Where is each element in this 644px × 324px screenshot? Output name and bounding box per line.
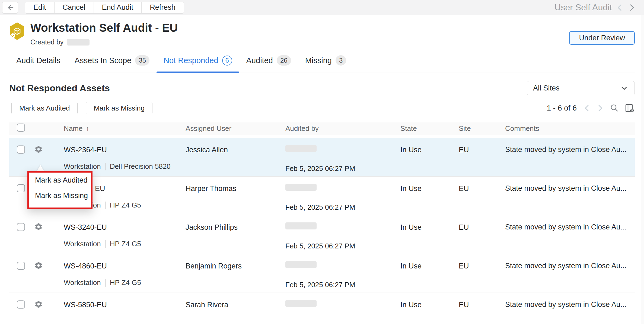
mark-as-audited-button[interactable]: Mark as Audited: [11, 102, 78, 114]
column-header-comments[interactable]: Comments: [505, 124, 635, 133]
row-checkbox[interactable]: [17, 184, 25, 192]
pagination-next-chevron-icon[interactable]: [596, 104, 604, 112]
audited-at: Feb 5, 2025 06:27 PM: [285, 242, 400, 250]
cancel-button[interactable]: Cancel: [54, 2, 94, 13]
scrollbar-track[interactable]: [641, 15, 644, 324]
pagination-previous-chevron-icon[interactable]: [583, 104, 591, 112]
column-header-site[interactable]: Site: [459, 124, 505, 133]
asset-name[interactable]: WS-4860-EU: [64, 262, 186, 270]
divider: [105, 163, 106, 170]
row-actions-gear-icon[interactable]: [34, 222, 49, 231]
redacted-auditor-name: [285, 145, 317, 152]
chevron-down-icon: [620, 84, 629, 93]
redacted-auditor-name: [285, 261, 317, 268]
table-row[interactable]: WS-3240-EU Workstation HP Z4 G5 Jackson …: [9, 215, 635, 254]
page-title: Workstation Self Audit - EU: [30, 21, 178, 34]
topbar: Edit Cancel End Audit Refresh User Self …: [0, 0, 644, 15]
assets-in-scope-count-badge: 35: [135, 55, 149, 66]
divider: [105, 202, 106, 209]
row-actions-gear-icon[interactable]: [34, 261, 49, 270]
refresh-button[interactable]: Refresh: [141, 2, 184, 13]
edit-button[interactable]: Edit: [25, 2, 54, 13]
redacted-auditor-name: [285, 184, 317, 191]
asset-type: Workstation: [64, 162, 101, 171]
audit-hexagon-icon: [9, 22, 25, 40]
mark-as-missing-button[interactable]: Mark as Missing: [86, 102, 152, 114]
select-all-checkbox[interactable]: [17, 124, 25, 132]
end-audit-button[interactable]: End Audit: [94, 2, 142, 13]
asset-state: In Use: [400, 293, 459, 324]
table-row[interactable]: WS-4860-EU Workstation HP Z4 G5 Benjamin…: [9, 254, 635, 293]
audited-at: Feb 5, 2025 06:27 PM: [285, 203, 400, 212]
asset-name[interactable]: WS-2364-EU: [64, 145, 186, 154]
row-checkbox[interactable]: [17, 262, 25, 270]
column-header-state[interactable]: State: [400, 124, 459, 133]
row-checkbox[interactable]: [17, 223, 25, 231]
asset-model: HP Z4 G5: [110, 278, 141, 287]
asset-model: HP Z4 G5: [110, 201, 141, 209]
asset-state: In Use: [400, 254, 459, 293]
page-header: Workstation Self Audit - EU Created by U…: [9, 21, 635, 46]
menu-item-mark-as-audited[interactable]: Mark as Audited: [29, 173, 91, 188]
divider: [105, 240, 106, 248]
created-by-label: Created by: [30, 38, 63, 46]
tab-audit-details[interactable]: Audit Details: [9, 55, 68, 73]
table-row[interactable]: WS-2364-EU Workstation Dell Precision 58…: [9, 138, 635, 177]
previous-record-chevron-icon[interactable]: [616, 3, 624, 12]
not-responded-count-badge: 6: [222, 56, 232, 66]
column-header-assigned-user[interactable]: Assigned User: [186, 124, 285, 133]
assigned-user: Jackson Phillips: [186, 215, 285, 254]
table-row[interactable]: -EU Workstation HP Z4 G5 Harper Thomas F…: [9, 177, 635, 215]
audited-at: Feb 5, 2025 06:27 PM: [285, 164, 400, 173]
tab-missing[interactable]: Missing 3: [298, 55, 353, 73]
column-header-name[interactable]: Name: [64, 124, 82, 133]
row-checkbox[interactable]: [17, 300, 25, 309]
asset-site: EU: [459, 293, 505, 324]
asset-site: EU: [459, 138, 505, 176]
tab-audited[interactable]: Audited 26: [239, 55, 298, 73]
missing-count-badge: 3: [336, 55, 346, 66]
topbar-button-group: Edit Cancel End Audit Refresh: [25, 2, 184, 14]
column-header-audited-by[interactable]: Audited by: [285, 124, 400, 133]
site-filter-dropdown[interactable]: All Sites: [527, 81, 635, 95]
next-record-chevron-icon[interactable]: [628, 3, 636, 12]
table-header-row: Name Assigned User Audited by State Site…: [9, 122, 635, 135]
asset-site: EU: [459, 177, 505, 215]
audited-at: Feb 5, 2025 06:27 PM: [285, 281, 400, 289]
assigned-user: Benjamin Rogers: [186, 254, 285, 293]
row-checkbox[interactable]: [17, 145, 25, 154]
row-actions-gear-icon[interactable]: [34, 145, 49, 154]
pagination-range: 1 - 6 of 6: [547, 104, 577, 112]
context-title: User Self Audit: [554, 2, 612, 12]
sort-ascending-icon[interactable]: [86, 124, 89, 133]
asset-site: EU: [459, 254, 505, 293]
assigned-user: Jessica Allen: [186, 138, 285, 176]
asset-comments: State moved by system in Close Au...: [505, 138, 635, 176]
table-row[interactable]: WS-5850-EU Sarah Rivera In Use EU State …: [9, 293, 635, 324]
asset-state: In Use: [400, 138, 459, 176]
arrow-left-icon: [5, 3, 15, 12]
context-menu-caret: [37, 165, 44, 171]
asset-name[interactable]: WS-5850-EU: [64, 300, 186, 309]
assigned-user: Sarah Rivera: [186, 293, 285, 324]
site-filter-value: All Sites: [533, 84, 560, 92]
divider: [105, 279, 106, 287]
redacted-auditor-name: [285, 222, 317, 229]
tab-assets-in-scope[interactable]: Assets In Scope 35: [68, 55, 157, 73]
under-review-status-button[interactable]: Under Review: [569, 31, 635, 45]
menu-item-mark-as-missing[interactable]: Mark as Missing: [29, 188, 91, 203]
column-settings-icon[interactable]: [624, 103, 635, 113]
asset-name[interactable]: WS-3240-EU: [64, 223, 186, 232]
tab-bar: Audit Details Assets In Scope 35 Not Res…: [9, 55, 635, 73]
tab-not-responded[interactable]: Not Responded 6: [157, 55, 239, 73]
asset-comments: State moved by system in Close Au...: [505, 254, 635, 293]
asset-comments: State moved by system in Close Au...: [505, 215, 635, 254]
asset-state: In Use: [400, 177, 459, 215]
asset-type: Workstation: [64, 278, 101, 287]
audited-count-badge: 26: [277, 55, 291, 66]
back-button[interactable]: [2, 2, 18, 14]
row-actions-gear-icon[interactable]: [34, 300, 49, 309]
search-icon[interactable]: [609, 103, 619, 113]
assigned-user: Harper Thomas: [186, 177, 285, 215]
section-heading: Not Responded Assets: [9, 83, 110, 93]
